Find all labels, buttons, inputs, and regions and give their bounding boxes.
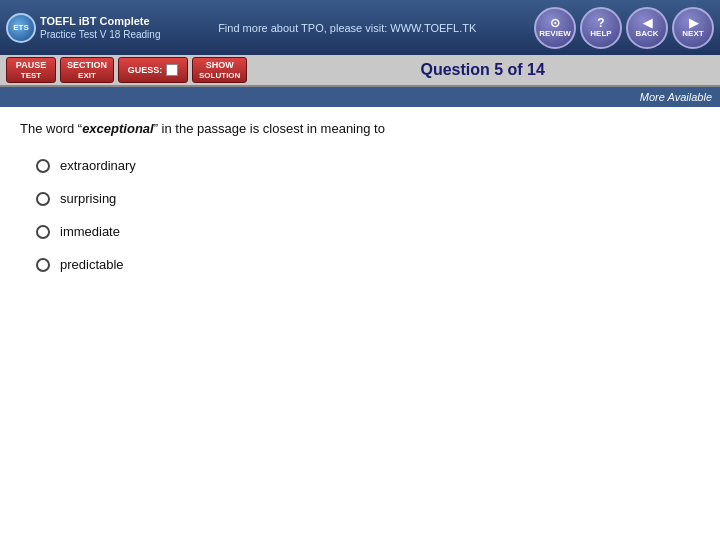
nav-buttons: ⊙ REVIEW ? HELP ◀ BACK ▶ NEXT — [534, 7, 714, 49]
answer-bubble-c — [36, 225, 50, 239]
answer-bubble-b — [36, 192, 50, 206]
pause-test-button[interactable]: PAUSE TEST — [6, 57, 56, 83]
answer-label-d: predictable — [60, 257, 124, 272]
tpo-info: Find more about TPO, please visit: WWW.T… — [166, 22, 528, 34]
show-solution-button[interactable]: SHOW SOLUTION — [192, 57, 247, 83]
blue-strip: More Available — [0, 87, 720, 107]
top-bar: ETS TOEFL iBT Complete Practice Test V 1… — [0, 0, 720, 55]
ets-logo: ETS — [6, 13, 36, 43]
answer-options: extraordinarysurprisingimmediatepredicta… — [20, 154, 700, 276]
answer-option-c[interactable]: immediate — [30, 220, 700, 243]
question-area: The word “exceptional” in the passage is… — [0, 107, 720, 286]
answer-label-c: immediate — [60, 224, 120, 239]
answer-option-d[interactable]: predictable — [30, 253, 700, 276]
question-title: Question 5 of 14 — [251, 61, 714, 79]
help-button[interactable]: ? HELP — [580, 7, 622, 49]
answer-label-b: surprising — [60, 191, 116, 206]
answer-bubble-a — [36, 159, 50, 173]
guess-checkbox[interactable] — [166, 64, 178, 76]
answer-option-a[interactable]: extraordinary — [30, 154, 700, 177]
toolbar: PAUSE TEST SECTION EXIT GUESS: SHOW SOLU… — [0, 55, 720, 87]
highlighted-word: exceptional — [82, 121, 154, 136]
app-title: TOEFL iBT Complete Practice Test V 18 Re… — [40, 14, 160, 41]
answer-bubble-d — [36, 258, 50, 272]
next-button[interactable]: ▶ NEXT — [672, 7, 714, 49]
review-button[interactable]: ⊙ REVIEW — [534, 7, 576, 49]
back-button[interactable]: ◀ BACK — [626, 7, 668, 49]
section-exit-button[interactable]: SECTION EXIT — [60, 57, 114, 83]
answer-option-b[interactable]: surprising — [30, 187, 700, 210]
guess-button[interactable]: GUESS: — [118, 57, 188, 83]
logo-area: ETS TOEFL iBT Complete Practice Test V 1… — [6, 13, 160, 43]
more-available-label: More Available — [640, 91, 712, 103]
answer-label-a: extraordinary — [60, 158, 136, 173]
question-text: The word “exceptional” in the passage is… — [20, 121, 700, 136]
